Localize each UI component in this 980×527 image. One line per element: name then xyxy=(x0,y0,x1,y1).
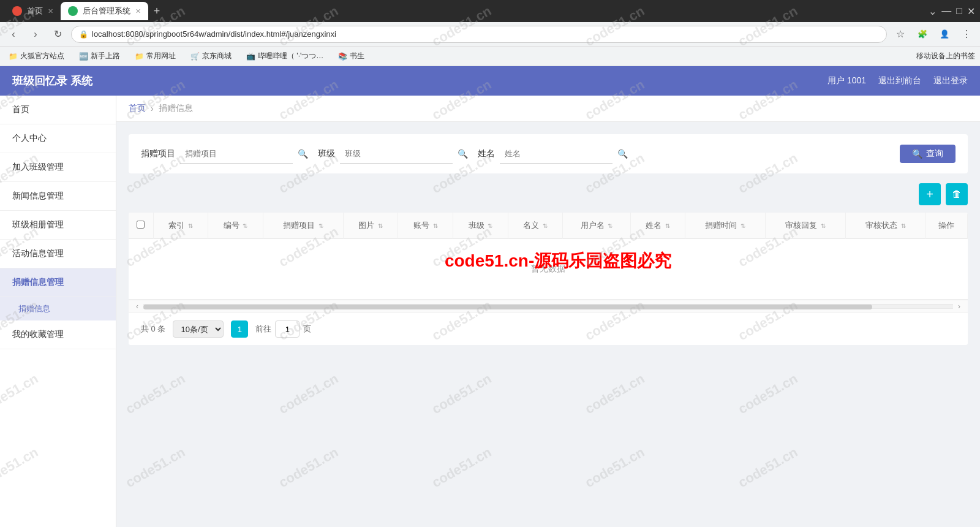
extensions-button[interactable]: 🧩 xyxy=(914,26,931,43)
app-title: 班级回忆录 系统 xyxy=(12,74,92,88)
th-time: 捐赠时间 ⇅ xyxy=(685,213,766,239)
bookmark-shusheng[interactable]: 📚 书生 xyxy=(334,50,368,63)
th-username: 用户名 ⇅ xyxy=(563,213,630,239)
search-button-label: 查询 xyxy=(926,148,943,159)
sort-icon-username[interactable]: ⇅ xyxy=(608,222,612,229)
mobile-bookmarks: 移动设备上的书签 xyxy=(916,51,975,61)
bookmark-bilibili[interactable]: 📺 哔哩哔哩（ '·'つつ… xyxy=(243,50,327,63)
bookmark-newbie[interactable]: 🆕 新手上路 xyxy=(75,50,124,63)
bookmark-firefox[interactable]: 📁 火狐官方站点 xyxy=(5,50,68,63)
search-input-project[interactable] xyxy=(180,144,293,164)
close-button[interactable]: ✕ xyxy=(967,6,975,17)
select-all-checkbox[interactable] xyxy=(137,221,145,229)
search-input-class[interactable] xyxy=(340,144,453,164)
browser-tabs: 首页 ✕ 后台管理系统 ✕ + ⌄ — □ ✕ xyxy=(0,0,980,22)
sort-icon-image[interactable]: ⇅ xyxy=(378,222,383,229)
scroll-area: ‹ › xyxy=(129,300,968,313)
sidebar-item-album[interactable]: 班级相册管理 xyxy=(0,211,116,240)
bookmark-icon-common: 📁 xyxy=(135,52,144,61)
search-input-name[interactable] xyxy=(500,144,612,164)
goto-input[interactable] xyxy=(275,320,300,338)
sort-icon-realname[interactable]: ⇅ xyxy=(665,222,670,229)
sidebar-item-activity[interactable]: 活动信息管理 xyxy=(0,240,116,268)
bookmark-icon-firefox: 📁 xyxy=(9,52,18,61)
search-field-class: 班级 🔍 xyxy=(318,144,468,164)
app-body: 首页 个人中心 加入班级管理 新闻信息管理 班级相册管理 活动信息管理 捐赠信息… xyxy=(0,96,980,527)
search-bar: 捐赠项目 🔍 班级 🔍 姓名 🔍 🔍 xyxy=(129,134,968,173)
forward-button[interactable]: › xyxy=(27,26,44,43)
page-size-select[interactable]: 10条/页 20条/页 50条/页 xyxy=(173,320,224,338)
sidebar-item-news[interactable]: 新闻信息管理 xyxy=(0,182,116,211)
header-actions: 用户 1001 退出到前台 退出登录 xyxy=(827,75,968,86)
bookmark-icon-shusheng: 📚 xyxy=(338,52,347,61)
search-field-project: 捐赠项目 🔍 xyxy=(141,144,308,164)
sort-icon-class[interactable]: ⇅ xyxy=(488,222,492,229)
sidebar-item-favorites[interactable]: 我的收藏管理 xyxy=(0,320,116,349)
sort-icon-account[interactable]: ⇅ xyxy=(433,222,438,229)
table-header-row: 索引 ⇅ 编号 ⇅ 捐赠项目 ⇅ 图片 ⇅ 账号 ⇅ 班级 ⇅ 名义 ⇅ 用户名… xyxy=(129,213,968,239)
sort-icon-id[interactable]: ⇅ xyxy=(243,222,247,229)
reload-button[interactable]: ↻ xyxy=(49,26,66,43)
search-icon-class[interactable]: 🔍 xyxy=(458,149,468,159)
sidebar-item-home[interactable]: 首页 xyxy=(0,96,116,124)
search-field-name: 姓名 🔍 xyxy=(478,144,628,164)
content-area: 捐赠项目 🔍 班级 🔍 姓名 🔍 🔍 xyxy=(116,122,980,357)
app-wrapper: 班级回忆录 系统 用户 1001 退出到前台 退出登录 首页 个人中心 加入班级… xyxy=(0,66,980,527)
sort-icon-alias[interactable]: ⇅ xyxy=(543,222,548,229)
sort-icon-reply[interactable]: ⇅ xyxy=(821,222,826,229)
bookmark-label-shusheng: 书生 xyxy=(350,51,364,61)
search-label-class: 班级 xyxy=(318,148,335,159)
sidebar-item-donation[interactable]: 捐赠信息管理 xyxy=(0,268,116,297)
sort-icon-index[interactable]: ⇅ xyxy=(188,222,193,229)
sidebar-sub-donation-info[interactable]: 捐赠信息 xyxy=(0,297,116,320)
tab-admin-close[interactable]: ✕ xyxy=(135,7,141,15)
bookmark-star[interactable]: ☆ xyxy=(892,26,909,43)
search-button[interactable]: 🔍 查询 xyxy=(900,145,956,163)
scroll-right-arrow[interactable]: › xyxy=(953,300,965,313)
tab-admin-label: 后台管理系统 xyxy=(83,6,130,17)
browser-chrome: 首页 ✕ 后台管理系统 ✕ + ⌄ — □ ✕ ‹ › ↻ 🔒 localhos… xyxy=(0,0,980,66)
minimize-button[interactable]: — xyxy=(941,6,951,17)
back-to-front-button[interactable]: 退出到前台 xyxy=(878,75,921,86)
table-empty-row: 暂无数据 xyxy=(129,239,968,300)
tab-home[interactable]: 首页 ✕ xyxy=(5,2,61,20)
breadcrumb-home[interactable]: 首页 xyxy=(129,103,146,114)
sidebar-item-profile[interactable]: 个人中心 xyxy=(0,124,116,153)
sync-button[interactable]: 👤 xyxy=(936,26,953,43)
browser-nav: ‹ › ↻ 🔒 localhost:8080/springboot5r64w/a… xyxy=(0,22,980,47)
sort-icon-project[interactable]: ⇅ xyxy=(318,222,323,229)
sort-icon-time[interactable]: ⇅ xyxy=(741,222,745,229)
data-table: 索引 ⇅ 编号 ⇅ 捐赠项目 ⇅ 图片 ⇅ 账号 ⇅ 班级 ⇅ 名义 ⇅ 用户名… xyxy=(129,213,968,300)
search-icon-name[interactable]: 🔍 xyxy=(617,149,628,159)
search-icon-project[interactable]: 🔍 xyxy=(298,149,308,159)
tab-home-close[interactable]: ✕ xyxy=(48,7,53,15)
address-bar[interactable]: 🔒 localhost:8080/springboot5r64w/admin/d… xyxy=(71,26,887,43)
page-btn-1[interactable]: 1 xyxy=(231,320,248,338)
tab-admin[interactable]: 后台管理系统 ✕ xyxy=(61,2,148,20)
user-label: 用户 1001 xyxy=(827,75,866,86)
th-action: 操作 xyxy=(925,213,967,239)
th-project: 捐赠项目 ⇅ xyxy=(263,213,343,239)
th-image: 图片 ⇅ xyxy=(343,213,398,239)
main-content: 首页 › 捐赠信息 捐赠项目 🔍 班级 🔍 xyxy=(116,96,980,527)
logout-button[interactable]: 退出登录 xyxy=(933,75,968,86)
add-button[interactable]: + xyxy=(919,183,941,205)
breadcrumb-current: 捐赠信息 xyxy=(159,103,193,114)
page-unit: 页 xyxy=(303,324,311,335)
breadcrumb: 首页 › 捐赠信息 xyxy=(116,96,980,122)
bookmark-label-jd: 京东商城 xyxy=(202,51,232,61)
maximize-button[interactable]: □ xyxy=(956,6,962,17)
bookmark-jd[interactable]: 🛒 京东商城 xyxy=(187,50,235,63)
sidebar-item-join[interactable]: 加入班级管理 xyxy=(0,153,116,182)
new-tab-button[interactable]: + xyxy=(148,2,165,20)
back-button[interactable]: ‹ xyxy=(5,26,22,43)
scroll-track[interactable] xyxy=(143,304,953,309)
bookmark-common[interactable]: 📁 常用网址 xyxy=(131,50,179,63)
scroll-left-arrow[interactable]: ‹ xyxy=(131,300,143,313)
tab-list-button[interactable]: ⌄ xyxy=(929,6,937,17)
menu-button[interactable]: ⋮ xyxy=(958,26,975,43)
th-status: 审核状态 ⇅ xyxy=(845,213,925,239)
delete-button[interactable]: 🗑 xyxy=(946,183,968,205)
sort-icon-status[interactable]: ⇅ xyxy=(901,222,906,229)
lock-icon: 🔒 xyxy=(79,30,88,39)
